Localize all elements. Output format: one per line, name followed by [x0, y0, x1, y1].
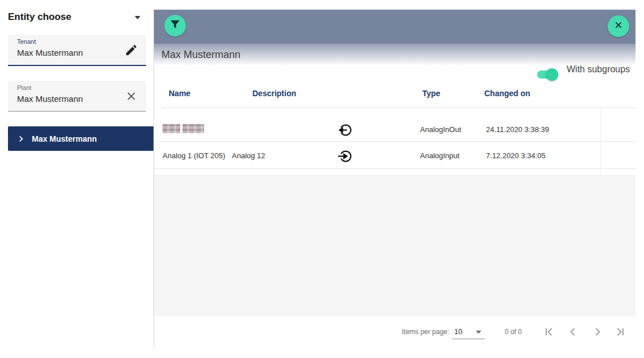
tenant-value: Max Mustermann: [17, 48, 83, 57]
redacted-name-block: [163, 124, 180, 133]
tenant-field[interactable]: Tenant Max Mustermann: [8, 35, 146, 66]
chevron-right-icon[interactable]: [17, 135, 25, 143]
panel-title: Max Mustermann: [161, 49, 240, 61]
redacted-name-block: [182, 124, 204, 133]
column-header-name[interactable]: Name: [169, 89, 190, 98]
entity-detail-panel: Max Mustermann With subgroups Name Descr…: [154, 10, 635, 348]
filter-funnel-icon: [169, 18, 181, 33]
close-x-icon: [613, 19, 624, 33]
select-underline: [452, 339, 485, 339]
clear-x-icon[interactable]: [124, 89, 138, 103]
entity-choose-collapse-caret-icon[interactable]: [135, 16, 140, 19]
panel-header-bar: [154, 10, 635, 44]
cell-changed-on: 7.12.2020 3:34:05: [486, 151, 546, 160]
cell-name: Analog 1 (IOT 205): [163, 151, 225, 160]
next-page-button[interactable]: [591, 325, 604, 339]
cell-changed-on: 24.11.2020 3:38:39: [486, 125, 549, 134]
previous-page-button[interactable]: [566, 325, 580, 339]
select-caret-icon[interactable]: [476, 331, 481, 334]
column-header-changed-on[interactable]: Changed on: [484, 89, 530, 98]
column-header-description[interactable]: Description: [252, 89, 296, 98]
page-range-label: 0 of 0: [505, 328, 522, 336]
filter-button[interactable]: [164, 15, 186, 36]
first-page-button[interactable]: [542, 325, 556, 339]
items-per-page-label: Items per page:: [402, 328, 449, 336]
with-subgroups-toggle[interactable]: [537, 68, 560, 81]
analog-in-icon: [337, 149, 352, 164]
cell-description: Analog 12: [232, 151, 265, 160]
cell-type: AnalogInput: [420, 151, 459, 160]
empty-table-area: [154, 175, 635, 317]
plant-label: Plant: [17, 84, 31, 91]
plant-value: Max Mustermann: [17, 94, 83, 104]
sidebar-item-max-mustermann[interactable]: Max Mustermann: [8, 126, 154, 151]
cell-type: AnalogInOut: [420, 125, 461, 134]
column-header-type[interactable]: Type: [422, 89, 441, 98]
toggle-thumb[interactable]: [546, 68, 558, 81]
close-button[interactable]: [608, 15, 629, 37]
edit-pencil-icon[interactable]: [124, 43, 138, 57]
tenant-label: Tenant: [17, 38, 36, 45]
items-per-page-select[interactable]: 10: [454, 327, 462, 336]
entity-choose-title: Entity choose: [8, 11, 71, 23]
table-row[interactable]: Analog 1 (IOT 205) Analog 12 AnalogInput…: [154, 141, 635, 169]
paginator: Items per page: 10 0 of 0: [154, 316, 635, 348]
with-subgroups-label: With subgroups: [567, 64, 630, 75]
last-page-button[interactable]: [613, 325, 627, 339]
table-row[interactable]: AnalogInOut 24.11.2020 3:38:39: [154, 108, 635, 142]
analog-out-icon: [337, 122, 352, 138]
plant-field[interactable]: Plant Max Mustermann: [8, 81, 146, 112]
tree-item-label: Max Mustermann: [32, 134, 97, 143]
